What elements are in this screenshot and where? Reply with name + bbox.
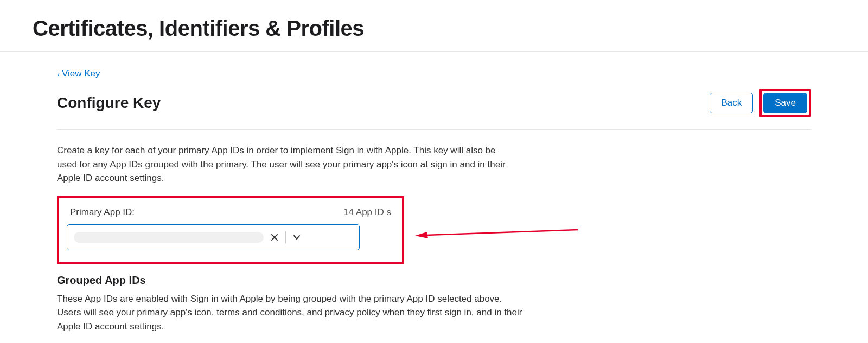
- view-key-link[interactable]: ‹ View Key: [57, 68, 100, 79]
- action-buttons: Back Save: [710, 89, 811, 117]
- svg-line-0: [426, 230, 578, 235]
- chevron-down-icon[interactable]: [291, 232, 302, 243]
- chevron-left-icon: ‹: [57, 69, 60, 79]
- primary-app-id-select[interactable]: [67, 224, 360, 250]
- page-title-bar: Certificates, Identifiers & Profiles: [0, 0, 868, 52]
- svg-marker-1: [415, 232, 428, 238]
- page-title: Certificates, Identifiers & Profiles: [33, 16, 835, 41]
- annotation-arrow-icon: [415, 228, 578, 238]
- primary-app-id-value-redacted: [74, 232, 264, 243]
- app-id-count: 14 App ID s: [343, 207, 391, 218]
- divider: [285, 231, 286, 243]
- section-title: Configure Key: [57, 94, 161, 112]
- grouped-app-ids-description: These App IDs are enabled with Sign in w…: [57, 292, 524, 334]
- save-button[interactable]: Save: [763, 93, 807, 113]
- section-header: Configure Key Back Save: [57, 89, 811, 130]
- primary-app-id-label: Primary App ID:: [70, 207, 135, 218]
- primary-app-id-highlight: Primary App ID: 14 App ID s: [57, 196, 404, 264]
- grouped-app-ids-heading: Grouped App IDs: [57, 274, 811, 287]
- view-key-link-label: View Key: [62, 68, 100, 79]
- configure-key-description: Create a key for each of your primary Ap…: [57, 144, 518, 185]
- clear-icon[interactable]: [269, 232, 280, 243]
- save-button-highlight: Save: [760, 89, 811, 117]
- back-button[interactable]: Back: [710, 93, 753, 113]
